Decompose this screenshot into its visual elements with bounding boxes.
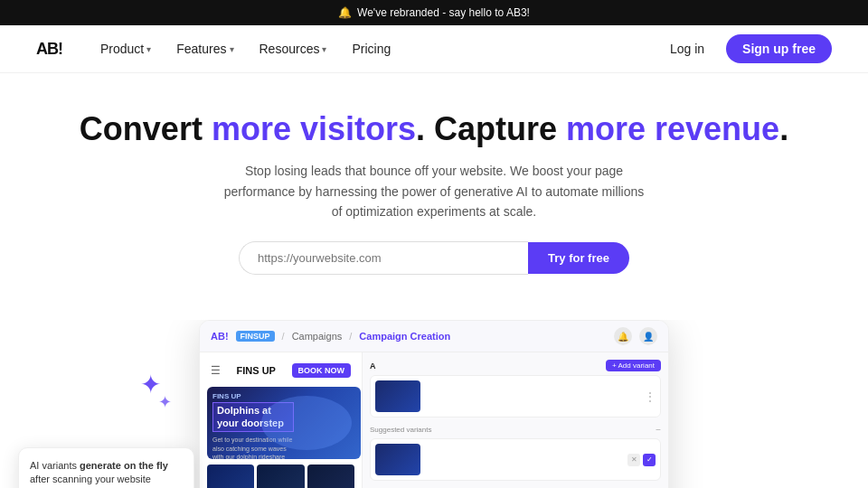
top-banner: 🔔 We've rebranded - say hello to AB3! (0, 0, 868, 25)
star-decoration-small: ✦ (158, 392, 172, 412)
db-top-actions: 🔔 👤 (614, 327, 657, 345)
nav-resources[interactable]: Resources ▾ (249, 36, 338, 61)
chevron-down-icon: ▾ (230, 44, 234, 54)
approve-reject-actions: ✕ ✓ (627, 454, 656, 466)
thumbnail-row: Learn more tennors get more discount FIN… (207, 465, 354, 488)
hero-section: Convert more visitors. Capture more reve… (0, 73, 868, 320)
thumbnail-1: Learn more (207, 465, 254, 488)
float-card-left: AI variants generate on the fly after sc… (18, 447, 194, 488)
hamburger-icon[interactable]: ☰ (211, 364, 221, 377)
section-a: A + Add variant ⋮ (370, 360, 661, 418)
collapse-icon[interactable]: − (656, 425, 661, 435)
headline-purple2: more revenue (566, 110, 779, 147)
hero-headline: Convert more visitors. Capture more reve… (18, 109, 850, 148)
suggested-variants-section: Suggested variants − ✕ ✓ (370, 425, 661, 481)
fins-up-label: FINS UP (221, 365, 292, 376)
campaign-hero-image: FINS UP Dolphins at your doorstep Get to… (207, 387, 361, 459)
login-button[interactable]: Log in (659, 36, 715, 61)
thumbnail-3: FINSHARK RIDES (307, 465, 354, 488)
nav-links: Product ▾ Features ▾ Resources ▾ Pricing (90, 36, 659, 61)
nav-product[interactable]: Product ▾ (90, 36, 162, 61)
add-variant-button[interactable]: + Add variant (606, 360, 661, 371)
banner-text: We've rebranded - say hello to AB3! (357, 6, 530, 19)
suggested-variant-image (375, 444, 420, 475)
dashboard-preview: AB! FINSUP / Campaigns / Campaign Creati… (199, 320, 669, 488)
headline-mid: . Capture (416, 110, 566, 147)
more-options-icon[interactable]: ⋮ (645, 390, 656, 403)
sidebar-header: ☰ FINS UP BOOK NOW (207, 360, 354, 381)
headline-suffix: . (779, 110, 788, 147)
chevron-down-icon: ▾ (322, 44, 326, 54)
breadcrumb-campaigns: Campaigns (292, 331, 343, 342)
section-a-label: A (370, 361, 376, 371)
hero-overlay-text: FINS UP Dolphins at your doorstep Get to… (212, 392, 294, 459)
try-for-free-button[interactable]: Try for free (528, 242, 629, 274)
breadcrumb-item-finsup: FINSUP (236, 331, 275, 342)
reject-button[interactable]: ✕ (627, 454, 640, 466)
suggested-label: Suggested variants − (370, 425, 661, 435)
user-avatar[interactable]: 👤 (639, 327, 657, 345)
breadcrumb-sep2: / (349, 331, 352, 342)
campaign-preview-panel: ☰ FINS UP BOOK NOW FINS UP Dolphins at y… (200, 352, 363, 488)
variants-panel: A + Add variant ⋮ Suggested variants − (363, 352, 668, 488)
navbar: AB! Product ▾ Features ▾ Resources ▾ Pri… (0, 25, 868, 73)
logo[interactable]: AB! (36, 40, 62, 59)
preview-area: ✦ ✦ AB! FINSUP / Campaigns / Campaign Cr… (0, 320, 868, 488)
cta-row: Try for free (18, 241, 850, 275)
variant-card-a: ⋮ (370, 375, 661, 418)
hero-subtext: Stop losing leads that bounce off your w… (217, 161, 651, 221)
breadcrumb-sep1: / (282, 331, 285, 342)
bell-icon: 🔔 (338, 6, 352, 19)
book-now-button[interactable]: BOOK NOW (292, 363, 352, 378)
variant-image-a (375, 380, 420, 412)
approve-button[interactable]: ✓ (643, 454, 656, 466)
fins-up-overlay: FINS UP (212, 392, 294, 400)
signup-button[interactable]: Sign up free (726, 34, 832, 63)
suggested-variant-card: ✕ ✓ (370, 438, 661, 481)
breadcrumb-campaign-creation: Campaign Creation (359, 331, 450, 342)
section-a-header: A + Add variant (370, 360, 661, 371)
nav-actions: Log in Sign up free (659, 34, 832, 63)
float-left-text: AI variants generate on the fly after sc… (30, 459, 183, 487)
dashboard-topbar: AB! FINSUP / Campaigns / Campaign Creati… (200, 321, 668, 352)
db-logo: AB! (211, 331, 229, 342)
nav-pricing[interactable]: Pricing (341, 36, 401, 61)
notification-icon[interactable]: 🔔 (614, 327, 632, 345)
nav-features[interactable]: Features ▾ (165, 36, 244, 61)
thumbnail-2: tennors get more discount (257, 465, 304, 488)
dashboard-body: ☰ FINS UP BOOK NOW FINS UP Dolphins at y… (200, 352, 668, 488)
headline-prefix: Convert (80, 110, 212, 147)
headline-purple1: more visitors (212, 110, 416, 147)
campaign-headline: Dolphins at your doorstep (212, 402, 294, 431)
campaign-subtext: Get to your destination while also catch… (212, 436, 294, 460)
chevron-down-icon: ▾ (146, 44, 151, 54)
url-input[interactable] (239, 241, 528, 275)
